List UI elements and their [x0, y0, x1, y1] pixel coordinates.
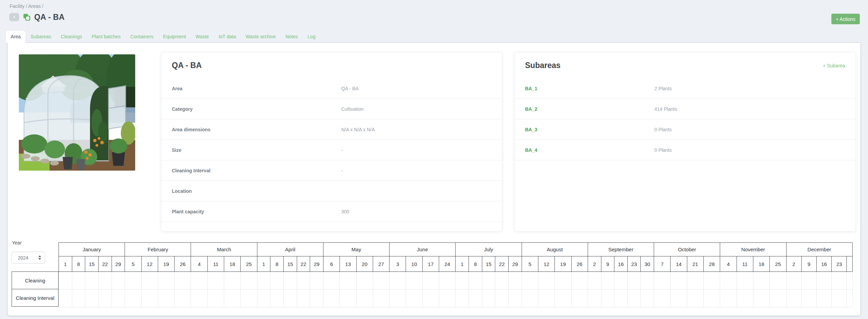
calendar-cell [737, 272, 753, 290]
calendar-cell [257, 272, 270, 290]
calendar-cell [422, 290, 439, 307]
month-header-april: April [257, 243, 323, 256]
calendar-cell [816, 290, 831, 307]
copy-icon[interactable] [23, 13, 30, 21]
calendar-cell [175, 272, 191, 290]
tab-bar: AreaSubareasCleaningsPlant batchesContai… [5, 30, 320, 43]
calendar-cell [555, 290, 571, 307]
week-start-day: 17 [422, 256, 439, 272]
field-label: Area dimensions [162, 127, 341, 132]
calendar-cell [555, 272, 571, 290]
calendar-cell [456, 290, 469, 307]
tab-log[interactable]: Log [303, 30, 320, 43]
week-start-day: 6 [323, 256, 340, 272]
calendar-cell [390, 272, 406, 290]
month-header-march: March [191, 243, 257, 256]
week-start-day: 15 [482, 256, 495, 272]
tab-notes[interactable]: Notes [281, 30, 303, 43]
year-select[interactable]: 2024 [11, 252, 45, 264]
week-start-day: 4 [720, 256, 737, 272]
calendar-cell [495, 272, 509, 290]
calendar-cell [175, 290, 191, 307]
week-start-day: 9 [601, 256, 614, 272]
tab-cleanings[interactable]: Cleanings [56, 30, 87, 43]
week-start-day: 16 [816, 256, 831, 272]
subarea-row: BA_40 Plants [515, 140, 855, 160]
calendar-cell [671, 272, 687, 290]
week-start-day: 28 [704, 256, 720, 272]
tab-containers[interactable]: Containers [126, 30, 158, 43]
calendar-cell [85, 290, 99, 307]
calendar-cell [356, 290, 373, 307]
tab-equipment[interactable]: Equipment [158, 30, 191, 43]
calendar-cell [422, 272, 439, 290]
tab-area[interactable]: Area [5, 30, 26, 43]
week-start-day: 1 [257, 256, 270, 272]
week-start-day: 23 [832, 256, 847, 272]
subareas-rows: BA_12 PlantsBA_2414 PlantsBA_30 PlantsBA… [515, 78, 855, 160]
calendar-row-label: Cleaning [12, 271, 59, 289]
month-header-november: November [720, 243, 786, 256]
breadcrumb[interactable]: Facility / Areas / [10, 3, 43, 9]
tab-plant-batches[interactable]: Plant batches [87, 30, 126, 43]
subarea-plant-count: 0 Plants [654, 147, 672, 153]
calendar-cell [191, 272, 207, 290]
subareas-card-header: Subareas + Subarea [515, 53, 855, 78]
month-header-february: February [125, 243, 191, 256]
calendar-cell [373, 272, 389, 290]
calendar-cell [59, 272, 72, 290]
subarea-link-ba_4[interactable]: BA_4 [515, 147, 654, 153]
calendar-cell [297, 272, 310, 290]
calendar-cell [482, 272, 495, 290]
week-start-day: 26 [175, 256, 191, 272]
actions-button[interactable]: + Actions [831, 14, 860, 24]
calendar-cell [406, 290, 422, 307]
calendar-cell [832, 272, 847, 290]
calendar-cell [571, 272, 588, 290]
tab-iot-data[interactable]: IoT data [214, 30, 241, 43]
tab-waste[interactable]: Waste [191, 30, 214, 43]
week-start-day: 2 [786, 256, 801, 272]
calendar-cell [641, 272, 654, 290]
week-start-day: 18 [753, 256, 769, 272]
field-row: AreaQA - BA [162, 78, 502, 99]
calendar-cell [588, 272, 601, 290]
calendar-cell [654, 272, 671, 290]
month-header-september: September [588, 243, 654, 256]
calendar-cell [125, 290, 141, 307]
year-label: Year [12, 240, 22, 245]
calendar-cell [601, 272, 614, 290]
calendar-cell [406, 272, 422, 290]
calendar-cell [310, 272, 323, 290]
subarea-link-ba_2[interactable]: BA_2 [515, 106, 654, 112]
calendar-cell [538, 290, 554, 307]
calendar-cell [297, 290, 310, 307]
week-start-day: 12 [141, 256, 158, 272]
week-start-day: 15 [283, 256, 297, 272]
field-value: 300 [341, 209, 349, 214]
calendar-cell [98, 272, 112, 290]
calendar-cell [283, 272, 297, 290]
tab-subareas[interactable]: Subareas [26, 30, 56, 43]
subarea-link-ba_1[interactable]: BA_1 [515, 86, 654, 91]
week-start-day: 29 [112, 256, 125, 272]
field-row: Plant capacity300 [162, 201, 502, 222]
week-start-day: 30 [641, 256, 654, 272]
calendar-cell [98, 290, 112, 307]
month-header-may: May [323, 243, 389, 256]
week-start-day: 22 [297, 256, 310, 272]
subarea-plant-count: 0 Plants [654, 127, 672, 132]
add-subarea-link[interactable]: + Subarea [823, 63, 845, 68]
page-title: QA - BA [34, 13, 65, 22]
area-photo [19, 54, 135, 171]
subarea-row: BA_30 Plants [515, 119, 855, 140]
back-button[interactable]: ‹ [9, 13, 19, 21]
subarea-link-ba_3[interactable]: BA_3 [515, 127, 654, 132]
week-start-day: 15 [85, 256, 99, 272]
calendar-cell [241, 272, 257, 290]
week-start-day: 25 [241, 256, 257, 272]
tab-waste-archive[interactable]: Waste archive [241, 30, 281, 43]
field-value: - [341, 147, 343, 153]
calendar-cell [720, 290, 737, 307]
week-start-day: 19 [158, 256, 174, 272]
